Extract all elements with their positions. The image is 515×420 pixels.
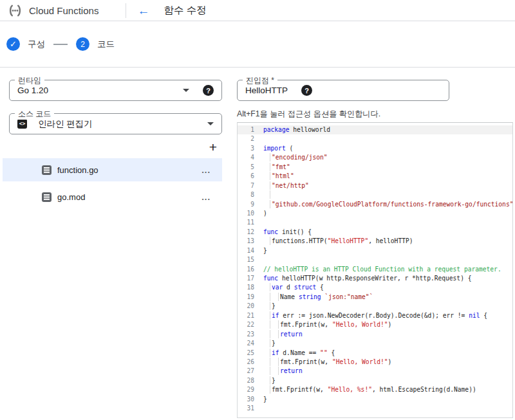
code-text: Name string `json:"name"` (263, 293, 373, 302)
code-brackets-icon: <> (17, 119, 27, 129)
cloud-functions-logo-icon (8, 5, 23, 17)
file-more-button[interactable]: ... (201, 192, 211, 202)
code-line: 24} (238, 339, 512, 348)
source-code-select[interactable]: 소스 코드 <> 인라인 편집기 (9, 113, 222, 134)
line-number: 11 (238, 218, 254, 227)
line-number: 9 (238, 200, 254, 209)
main-content: 런타임 Go 1.20 ? 소스 코드 <> 인라인 편집기 + functio… (0, 68, 515, 418)
code-text: } (263, 246, 267, 255)
code-text: // helloHTTP is an HTTP Cloud Function w… (263, 265, 501, 274)
header-divider (126, 3, 126, 18)
code-line: 16// helloHTTP is an HTTP Cloud Function… (238, 265, 512, 274)
indent-guide (263, 330, 270, 338)
chevron-down-icon (183, 89, 189, 92)
indent-guide (263, 349, 270, 357)
code-line: 11 (238, 218, 512, 227)
entry-point-help-icon[interactable]: ? (301, 85, 312, 96)
indent-guide (263, 293, 270, 301)
code-text: fmt.Fprint(w, "Hello, World!") (263, 358, 391, 367)
code-line: 12func init() { (238, 228, 512, 237)
line-number: 17 (238, 274, 254, 283)
line-number: 3 (238, 144, 254, 153)
code-line: 7"net/http" (238, 181, 512, 190)
code-line: 26fmt.Fprint(w, "Hello, World!") (238, 358, 512, 367)
back-arrow-button[interactable]: ← (137, 5, 149, 17)
line-number: 23 (238, 330, 254, 339)
step1-check-icon[interactable]: ✓ (6, 37, 20, 51)
entry-point-field[interactable]: 진입점 * HelloHTTP ? (237, 80, 449, 101)
code-text: "fmt" (263, 163, 290, 172)
file-more-button[interactable]: ... (201, 165, 211, 175)
indent-guide (263, 190, 270, 199)
code-line: 4"encoding/json" (238, 153, 512, 162)
step2-circle[interactable]: 2 (76, 37, 89, 51)
code-line: 19Name string `json:"name"` (238, 293, 512, 302)
file-row[interactable]: go.mod... (3, 185, 222, 208)
code-text: return (263, 367, 303, 376)
line-number: 26 (238, 358, 254, 367)
step2-label[interactable]: 코드 (97, 39, 115, 50)
code-text: "encoding/json" (263, 153, 328, 162)
code-editor[interactable]: 1package helloworld23import (4"encoding/… (237, 122, 513, 418)
line-number: 15 (238, 255, 254, 264)
code-line: 22fmt.Fprint(w, "Hello, World!") (238, 320, 512, 329)
code-text: func helloHTTP(w http.ResponseWriter, r … (263, 274, 471, 283)
code-text: ) (263, 209, 267, 218)
indent-guide (263, 237, 270, 245)
indent-guide (263, 385, 270, 394)
indent-guide (263, 339, 270, 347)
code-text: func init() { (263, 228, 312, 237)
app-header: Cloud Functions ← 함수 수정 (0, 0, 515, 21)
indent-guide (263, 283, 270, 291)
code-line: 28} (238, 376, 512, 385)
code-text: return (263, 330, 303, 339)
code-text: fmt.Fprintf(w, "Hello, %s!", html.Escape… (263, 385, 476, 394)
app-name: Cloud Functions (29, 5, 98, 16)
code-line: 29fmt.Fprintf(w, "Hello, %s!", html.Esca… (238, 385, 512, 394)
runtime-help-icon[interactable]: ? (203, 85, 214, 96)
code-line: 13functions.HTTP("HelloHTTP", helloHTTP) (238, 237, 512, 246)
code-text: "html" (263, 172, 294, 181)
add-file-button[interactable]: + (209, 141, 217, 154)
indent-guide (263, 163, 270, 171)
source-code-value: 인라인 편집기 (38, 118, 93, 130)
code-line: 30} (238, 395, 512, 404)
runtime-label: 런타임 (15, 75, 44, 86)
line-number: 16 (238, 265, 254, 274)
indent-guide (272, 358, 279, 366)
indent-guide (272, 320, 279, 329)
code-line: 21if err := json.NewDecoder(r.Body).Deco… (238, 311, 512, 320)
line-number: 27 (238, 367, 254, 376)
stepper: ✓ 구성 2 코드 (0, 21, 515, 68)
code-text: "github.com/GoogleCloudPlatform/function… (263, 200, 513, 209)
accessibility-hint: Alt+F1을 눌러 접근성 옵션을 확인합니다. (237, 109, 515, 120)
line-number: 4 (238, 153, 254, 162)
line-number: 5 (238, 163, 254, 172)
code-line: 2 (238, 134, 512, 143)
line-number: 28 (238, 376, 254, 385)
file-icon (42, 165, 52, 175)
code-text (263, 190, 272, 199)
stepper-connector (53, 44, 68, 45)
code-text: import ( (263, 144, 293, 153)
code-text: if err := json.NewDecoder(r.Body).Decode… (263, 311, 487, 320)
file-row[interactable]: function.go... (3, 158, 222, 181)
line-number: 22 (238, 320, 254, 329)
runtime-select[interactable]: 런타임 Go 1.20 ? (9, 80, 222, 101)
file-name: go.mod (57, 192, 85, 202)
line-number: 29 (238, 385, 254, 394)
code-line: 8 (238, 190, 512, 199)
code-text: } (263, 376, 276, 385)
step1-label[interactable]: 구성 (28, 39, 45, 50)
line-number: 14 (238, 246, 254, 255)
line-number: 7 (238, 181, 254, 190)
code-text: } (263, 339, 276, 348)
code-line: 3import ( (238, 144, 512, 153)
code-text: functions.HTTP("HelloHTTP", helloHTTP) (263, 237, 413, 246)
code-line: 15 (238, 255, 512, 264)
right-panel: 진입점 * HelloHTTP ? Alt+F1을 눌러 접근성 옵션을 확인합… (237, 68, 515, 418)
line-number: 10 (238, 209, 254, 218)
code-text: } (263, 395, 267, 404)
file-toolbar: + (9, 134, 222, 156)
code-line: 31 (238, 404, 512, 413)
